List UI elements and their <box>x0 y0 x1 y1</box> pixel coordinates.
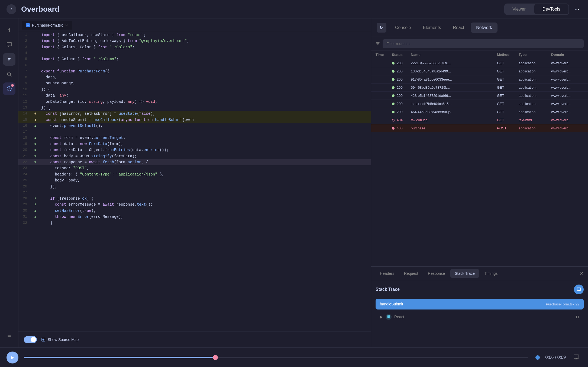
sidebar-item-chat[interactable] <box>3 39 15 51</box>
chat-with-ai-button[interactable] <box>574 285 584 294</box>
filter-input[interactable] <box>383 39 584 48</box>
network-row[interactable]: 200 22210477-525582576f8... GET applicat… <box>371 59 588 67</box>
network-table: Time Status Name Method Type Domain 200 … <box>371 50 588 266</box>
more-options-button[interactable]: ··· <box>572 4 581 15</box>
status-dot <box>392 103 395 105</box>
code-line: 15 4 const handleSubmit = useCallback(as… <box>18 117 371 123</box>
network-row-400-selected[interactable]: 400 purchase POST application... www.ove… <box>371 124 588 132</box>
network-row-404[interactable]: 404 favicon.ico GET text/html www.overb.… <box>371 116 588 124</box>
close-tab-button[interactable]: ✕ <box>65 23 68 27</box>
network-row[interactable]: 200 594-68bd86a9e78729b... GET applicati… <box>371 84 588 92</box>
code-line: 17 <box>18 129 371 135</box>
code-line: 26 }); <box>18 184 371 190</box>
filter-icon <box>376 42 380 46</box>
sidebar-item-replay[interactable] <box>3 82 15 95</box>
back-button[interactable]: ‹ <box>7 4 16 14</box>
viewer-toggle-button[interactable]: Viewer <box>504 4 534 15</box>
code-line: 2 import { AddToCartButton, colorways } … <box>18 38 371 44</box>
expand-icon: ▶ <box>380 315 383 319</box>
show-source-map-label: Show Source Map <box>41 337 79 342</box>
code-line: 24 headers: { "Content-Type": "applicati… <box>18 171 371 177</box>
tab-timings[interactable]: Timings <box>480 269 502 278</box>
play-button[interactable]: ▶ <box>7 352 18 363</box>
detail-tabs: Headers Request Response Stack Trace Tim… <box>371 267 588 280</box>
code-line-active: 22 1 const response = await fetch(form.a… <box>18 159 371 165</box>
svg-point-10 <box>388 316 389 317</box>
code-line: 7 export function PurchaseForm({ <box>18 68 371 74</box>
screen-size-button[interactable] <box>571 352 581 363</box>
status-dot <box>392 62 395 65</box>
editor-tabs: ts PurchaseForm.tsx ✕ <box>18 18 371 32</box>
code-line: 29 1 const errorMessage = await response… <box>18 202 371 208</box>
sidebar-item-info[interactable]: ℹ <box>3 24 15 36</box>
stack-frame-file: PurchaseForm.tsx:22 <box>546 302 579 306</box>
code-line: 18 1 const form = event.currentTarget; <box>18 135 371 141</box>
stack-trace-area: Stack Trace handleSubmit PurchaseForm.ts… <box>371 280 588 347</box>
devtools-tabs: Console Elements React Network <box>371 18 588 37</box>
tab-elements[interactable]: Elements <box>418 23 447 33</box>
code-line: 28 1 if (!response.ok) { <box>18 196 371 202</box>
svg-rect-14 <box>574 355 579 358</box>
code-line: 20 1 const formData = Object.fromEntries… <box>18 147 371 153</box>
editor-tab-purchaseform[interactable]: ts PurchaseForm.tsx ✕ <box>22 21 72 30</box>
code-line: 10 }: { <box>18 87 371 92</box>
tab-response[interactable]: Response <box>424 269 449 278</box>
progress-fill <box>24 357 215 358</box>
network-row[interactable]: 200 index-edb7b5ef04cb6a5... GET applica… <box>371 100 588 108</box>
devtools-toggle-button[interactable]: DevTools <box>534 4 568 14</box>
svg-text:ts: ts <box>27 24 29 27</box>
network-row[interactable]: 200 917-854a815ce6033eee... GET applicat… <box>371 75 588 84</box>
code-line: 13 }) { <box>18 105 371 111</box>
view-toggle: Viewer DevTools <box>504 4 569 15</box>
source-map-toggle[interactable] <box>24 336 37 343</box>
code-line: 5 import { Column } from "./Column"; <box>18 56 371 62</box>
status-dot <box>392 119 395 122</box>
playback-marker[interactable] <box>535 355 540 360</box>
network-filter <box>371 37 588 50</box>
code-line: 14 4 const [hasError, setHasError] = use… <box>18 111 371 117</box>
status-dot <box>392 70 395 73</box>
svg-point-4 <box>7 72 11 75</box>
stack-frame-react[interactable]: ▶ React 11 <box>376 311 584 323</box>
svg-rect-2 <box>8 59 10 60</box>
editor-tab-label: PurchaseForm.tsx <box>32 23 63 27</box>
tab-network[interactable]: Network <box>471 23 497 33</box>
react-icon <box>386 314 392 320</box>
code-line: 31 1 throw new Error(errorMessage); <box>18 214 371 220</box>
code-line: 25 body: body, <box>18 177 371 183</box>
code-area[interactable]: 1 import { useCallback, useState } from … <box>18 32 371 331</box>
code-line: 8 data, <box>18 74 371 80</box>
detail-close-button[interactable]: ✕ <box>580 270 584 276</box>
svg-line-5 <box>10 75 11 76</box>
sidebar-collapse-button[interactable] <box>3 330 15 342</box>
code-line: 19 1 const data = new FormData(form); <box>18 141 371 147</box>
tab-react[interactable]: React <box>447 23 470 33</box>
code-line: 23 method: "POST", <box>18 165 371 171</box>
code-line: 11 data: any; <box>18 92 371 98</box>
network-row[interactable]: 200 428-e5c14637291daf66... GET applicat… <box>371 92 588 100</box>
svg-rect-3 <box>8 60 9 60</box>
network-detail: Headers Request Response Stack Trace Tim… <box>371 266 588 347</box>
code-line: 30 1 setHasError(true); <box>18 208 371 214</box>
notification-dot <box>11 84 14 87</box>
code-line: 16 1 event.preventDefault(); <box>18 123 371 129</box>
network-row[interactable]: 200 464.4463d08fd4db5f5a.js GET applicat… <box>371 108 588 116</box>
tab-console[interactable]: Console <box>390 23 416 33</box>
code-line: 3 import { Colors, Color } from "./Color… <box>18 44 371 50</box>
playback-bar: ▶ 0:06 / 0:09 <box>0 347 588 367</box>
react-frame-count: 11 <box>576 315 579 319</box>
tab-stack-trace[interactable]: Stack Trace <box>450 269 479 278</box>
stack-frame-handlesubmit[interactable]: handleSubmit PurchaseForm.tsx:22 <box>376 299 584 309</box>
network-row[interactable]: 200 130-dc34045af8a2d499... GET applicat… <box>371 67 588 75</box>
sidebar-item-search[interactable] <box>3 68 15 80</box>
tab-request[interactable]: Request <box>400 269 422 278</box>
progress-dot <box>213 355 218 360</box>
time-display: 0:06 / 0:09 <box>545 355 566 360</box>
top-bar-left: ‹ Overboard <box>7 4 60 14</box>
progress-track[interactable] <box>24 357 528 358</box>
sidebar-item-files[interactable] <box>3 53 15 66</box>
devtools-cursor-button[interactable] <box>377 23 386 33</box>
main-layout: ℹ <box>0 18 588 347</box>
tab-headers[interactable]: Headers <box>376 269 399 278</box>
status-dot <box>392 94 395 97</box>
